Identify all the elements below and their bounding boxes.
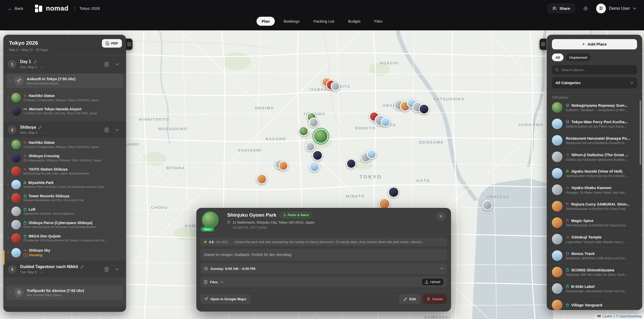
drag-handle-icon[interactable]: ⠿ [10,291,11,294]
map-marker[interactable] [299,126,308,136]
drag-handle-icon[interactable]: ⠿ [7,183,9,186]
drag-handle-icon[interactable]: ⠿ [7,143,9,146]
category-select[interactable]: All Categories [552,77,637,88]
chevron-down-icon[interactable] [116,63,119,65]
day-notes-icon[interactable] [105,267,109,272]
tab-files[interactable]: Files [369,17,388,26]
day-header-1[interactable]: 1 Day 1 Sun, May 3— [3,56,126,72]
place-item[interactable]: ⠿ Mercure Tokyo Haneda Airport 1-chōme-2… [3,104,126,118]
opening-hours-row[interactable]: Sunday: 9:00 AM – 6:00 PM [200,263,447,274]
place-row[interactable]: Bonus Track Modernes, dörfliches Café-Ar… [552,247,637,264]
leaflet-link[interactable]: Leaflet [602,315,612,318]
place-row[interactable]: Village Vanguard [552,297,637,310]
search-input[interactable] [561,68,634,72]
pencil-icon[interactable] [33,60,37,64]
drag-handle-icon[interactable]: ⠿ [7,110,9,112]
collapse-right-panel-button[interactable] [540,39,546,50]
event-card-arrival[interactable]: ⠿ Ankunft in Tokyo (7:55 Uhr) Mercure Ha… [6,74,123,88]
place-row[interactable]: Tokyo-Wan Ferry Port Kuriha... Abfahrtss… [552,116,637,132]
close-button[interactable]: × [436,212,446,221]
day-header-3[interactable]: 3 Guided Tagestour nach Nikkō Tue, May 5… [3,261,126,277]
map-marker[interactable] [367,149,376,159]
filter-all[interactable]: All [552,54,563,61]
tab-packing-list[interactable]: Packing List [308,17,339,26]
place-row[interactable]: 3COINS Shimokitazawa Stylischer 300-Yen-… [552,264,637,280]
map-marker[interactable] [306,142,315,151]
place-item[interactable]: ⠿ Tower Records Shibuya Riesiger Musikla… [3,191,126,205]
search-box[interactable] [552,65,637,74]
chevron-down-icon[interactable] [116,268,119,270]
place-item[interactable]: ⠿ ☆Shibuya Crossing 21 Udagawacho, Shibu… [3,151,126,164]
pencil-icon[interactable] [38,126,42,129]
place-subtitle: Abfahrtsstation mit der Fähre nach Kana.… [566,125,628,128]
place-item[interactable]: ⠿ ☆Hachiko Statue 2 Chome-1 Dogenzaka, S… [3,138,126,151]
note-field[interactable]: Startet im riesigen Stadtpark. Perfekt f… [200,249,447,261]
map-marker-selected[interactable] [313,129,328,144]
place-item[interactable]: ⠿ Loft Japanischer Lifestyle- und Design… [3,205,126,218]
map-marker[interactable] [331,82,340,91]
place-item[interactable]: ⠿ Shibuya Parco (Cyberspace Shibuya) Ret… [3,218,126,231]
pencil-icon[interactable] [81,265,84,269]
place-row[interactable]: ☆Nihon-ji Daibutsu (The Great ... Größte… [552,149,637,165]
place-item-pending[interactable]: ⠿ Shibuya Sky ! Pending [3,245,126,261]
tab-plan[interactable]: Plan [257,17,275,26]
place-row[interactable]: Rojiura Curry SAMURAI. Shim... Shimokita… [552,198,637,215]
theme-toggle-button[interactable] [581,4,590,13]
export-pdf-button[interactable]: PDF [102,39,122,48]
place-row[interactable]: ☆Hyaku-Shaku Kannon Riesiges, 30 Meter h… [552,182,637,198]
files-row[interactable]: Files Upload [200,277,447,287]
back-button[interactable]: ← Back [8,6,23,11]
osm-link[interactable]: © OpenStreetMap [616,315,642,318]
place-row[interactable]: Restaurant Harunatei (Kanaya Po... Resta… [552,132,637,149]
place-row[interactable]: Jigoku Nozoki (View of Hell) Spektakulär… [552,165,637,182]
drag-handle-icon[interactable]: ⠿ [7,156,9,159]
drag-handle-icon[interactable]: ⠿ [7,170,9,173]
event-card-departure[interactable]: ⠿ Treffpunkt für Abreise (7:55 Uhr) Bus … [6,285,123,300]
chevron-down-icon[interactable] [116,129,119,131]
add-place-button[interactable]: + Add Place [552,39,637,49]
map-marker[interactable] [309,118,319,127]
brand-logo[interactable]: nomad [34,4,68,13]
filter-unplanned[interactable]: Unplanned [566,54,591,61]
files-label: Files [210,280,218,284]
edit-button[interactable]: Edit [399,294,421,304]
place-item[interactable]: ⠿ Miyashita Park Moderner Park mit Shops… [3,178,126,191]
map-label: KOTO [416,178,430,183]
tab-bookings[interactable]: Bookings [278,17,305,26]
place-row[interactable]: Nokogiriyama Ropeway Sum... Seilbahn: Ta… [552,99,637,116]
map-marker[interactable] [346,159,356,169]
drag-handle-icon[interactable]: ⠿ [10,79,11,82]
delete-button[interactable]: Delete [423,294,447,304]
map-marker[interactable] [278,161,288,171]
map-marker[interactable] [257,174,267,184]
open-in-google-maps-button[interactable]: Open in Google Maps [200,294,250,304]
day-header-2[interactable]: 2 Shibuya Mon, May 4— [3,121,126,138]
upload-button[interactable]: Upload [422,279,443,285]
drag-handle-icon[interactable]: ⠿ [7,197,9,199]
drag-handle-icon[interactable]: ⠿ [7,210,9,213]
scrollbar-thumb[interactable] [640,100,641,165]
collapse-left-panel-button[interactable] [126,39,133,50]
place-item[interactable]: ⠿ TAITO Station Shibuya Mehrstöckige Arc… [3,164,126,178]
map-marker[interactable] [419,104,429,114]
drag-handle-icon[interactable]: ⠿ [7,237,9,240]
map-marker[interactable] [388,187,399,198]
place-item[interactable]: ⠿ ☆Hachiko Statue 2 Chome-1 Dogenzaka, S… [3,91,126,104]
drag-handle-icon[interactable]: ⠿ [7,223,9,226]
drag-handle-icon[interactable]: ⠿ [7,96,9,99]
place-item[interactable]: ⠿ MEGA Don Quijote Chaotischer 24h-Disco… [3,231,126,245]
place-row[interactable]: B-Side Label Hochwertige, wasserfeste St… [552,280,637,297]
day-notes-icon[interactable] [105,128,109,132]
map-marker[interactable] [381,117,390,127]
map-marker[interactable] [309,162,320,172]
place-row[interactable]: ☆Gōtokuji Temple Legendärer Tempel volle… [552,231,637,247]
user-menu[interactable]: D Demo User [596,4,636,13]
place-row[interactable]: Magic Spice Shimokitazawa ist berühmt fü… [552,215,637,231]
map-marker[interactable] [482,200,492,210]
drag-handle-icon[interactable]: ⠿ [7,251,9,254]
tab-budget[interactable]: Budget [343,17,366,26]
map-marker[interactable] [312,150,323,161]
rating-row[interactable]: ★ 4.6 (43.462) · „Visited the park and w… [200,237,447,246]
share-button[interactable]: Share [548,4,575,13]
day-notes-icon[interactable] [105,62,109,67]
